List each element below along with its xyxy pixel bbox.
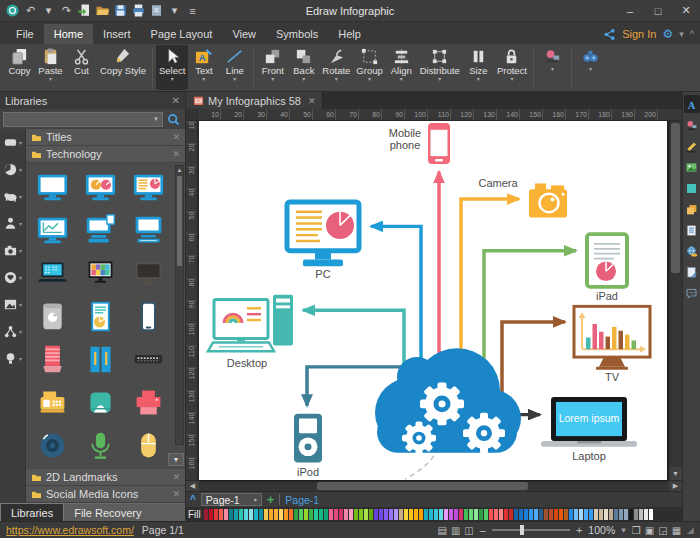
zoom-in-button[interactable]: + — [576, 524, 582, 536]
color-swatch[interactable] — [419, 509, 423, 520]
symbol-desktop-file[interactable] — [76, 209, 124, 252]
color-swatch[interactable] — [384, 509, 388, 520]
cloud-computing-shape[interactable] — [375, 348, 521, 454]
color-swatch[interactable] — [289, 509, 293, 520]
color-swatch[interactable] — [214, 509, 218, 520]
color-swatch[interactable] — [254, 509, 258, 520]
ribbon-clipart-button[interactable]: ▾ — [537, 45, 568, 90]
ribbon-paste-button[interactable]: Paste▾ — [35, 45, 66, 90]
scroll-down-icon[interactable]: ▼ — [669, 467, 682, 480]
color-swatch[interactable] — [374, 509, 378, 520]
text-tool-button[interactable]: A — [684, 95, 700, 113]
symbol-monitor-pie-text[interactable] — [124, 166, 172, 209]
sidebar-item-people-category[interactable]: ▾ — [0, 210, 25, 237]
resize-grip[interactable]: ◢ — [687, 525, 694, 535]
menu-tab-file[interactable]: File — [6, 24, 44, 44]
note-tool-button[interactable] — [684, 221, 700, 239]
maximize-button[interactable]: □ — [644, 0, 672, 21]
ribbon-rotate-button[interactable]: Rotate▾ — [319, 45, 353, 90]
sidebar-item-badge-category[interactable]: ▾ — [0, 264, 25, 291]
ribbon-copystyle-button[interactable]: Copy Style — [97, 45, 149, 90]
export-icon[interactable] — [149, 3, 164, 18]
color-swatch[interactable] — [459, 509, 463, 520]
color-swatch[interactable] — [539, 509, 543, 520]
clipart-tool-button[interactable] — [684, 116, 700, 134]
menu-tab-insert[interactable]: Insert — [93, 24, 141, 44]
section-close-icon[interactable]: ✕ — [172, 132, 180, 142]
tv-shape[interactable] — [574, 306, 650, 369]
desktop-shape[interactable] — [208, 295, 293, 352]
color-swatch[interactable] — [334, 509, 338, 520]
sidebar-item-idea-category[interactable]: ▾ — [0, 345, 25, 372]
color-swatch[interactable] — [549, 509, 553, 520]
collapse-ribbon-icon[interactable]: ^ — [690, 29, 694, 39]
save-icon[interactable] — [113, 3, 128, 18]
color-swatch[interactable] — [389, 509, 393, 520]
ipad-shape[interactable] — [587, 234, 627, 287]
symbol-monitor-pies[interactable] — [76, 166, 124, 209]
color-swatch[interactable] — [494, 509, 498, 520]
page-view-icon[interactable]: ▥ — [451, 525, 460, 536]
ribbon-copy-button[interactable]: Copy — [4, 45, 35, 90]
undo-caret[interactable]: ▾ — [41, 3, 56, 18]
more-symbols-button[interactable]: ▼ — [168, 453, 184, 466]
section-titles[interactable]: Titles ✕ — [26, 129, 185, 146]
symbol-microphone[interactable] — [76, 424, 124, 467]
ipod-shape[interactable] — [294, 414, 322, 463]
ribbon-back-button[interactable]: Back▾ — [288, 45, 319, 90]
color-swatch[interactable] — [349, 509, 353, 520]
color-swatch[interactable] — [634, 509, 638, 520]
section-technology[interactable]: Technology ✕ — [26, 146, 185, 163]
color-swatch[interactable] — [319, 509, 323, 520]
search-caret-icon[interactable]: ▾ — [150, 115, 162, 123]
color-swatch[interactable] — [534, 509, 538, 520]
section-2d-landmarks[interactable]: 2D Landmarks ✕ — [26, 469, 185, 486]
color-swatch[interactable] — [569, 509, 573, 520]
symbol-cooker[interactable] — [76, 381, 124, 424]
color-swatch[interactable] — [364, 509, 368, 520]
symbol-monitor-line-chart[interactable] — [28, 209, 76, 252]
color-swatch[interactable] — [594, 509, 598, 520]
page-tab-caret-icon[interactable]: ▾ — [254, 496, 257, 503]
symbol-smartphone[interactable] — [124, 295, 172, 338]
color-swatch[interactable] — [639, 509, 643, 520]
color-swatch[interactable] — [209, 509, 213, 520]
color-swatch[interactable] — [489, 509, 493, 520]
grid-icon[interactable]: ▦ — [672, 525, 681, 536]
canvas-area[interactable]: Mobile phone Camera — [198, 121, 668, 480]
color-swatch[interactable] — [609, 509, 613, 520]
library-search-input[interactable]: ▾ — [3, 112, 163, 127]
color-swatch[interactable] — [614, 509, 618, 520]
print-icon[interactable] — [131, 3, 146, 18]
color-swatch[interactable] — [469, 509, 473, 520]
settings-gear-icon[interactable]: ⚙ — [662, 27, 673, 41]
ribbon-texttool-button[interactable]: AText▾ — [188, 45, 219, 90]
color-swatch[interactable] — [499, 509, 503, 520]
ipod-label[interactable]: iPod — [297, 466, 319, 478]
color-swatch[interactable] — [449, 509, 453, 520]
color-swatch[interactable] — [344, 509, 348, 520]
color-swatch[interactable] — [304, 509, 308, 520]
color-swatch[interactable] — [484, 509, 488, 520]
tab-file-recovery[interactable]: File Recovery — [64, 503, 185, 521]
menu-tab-page-layout[interactable]: Page Layout — [141, 24, 223, 44]
undo-icon[interactable]: ↶ — [23, 3, 38, 18]
color-swatch[interactable] — [624, 509, 628, 520]
color-swatch[interactable] — [604, 509, 608, 520]
color-swatch[interactable] — [504, 509, 508, 520]
symbol-monitor-tiles[interactable] — [76, 252, 124, 295]
scroll-up-icon[interactable]: ▲ — [176, 166, 183, 175]
color-swatch[interactable] — [649, 509, 653, 520]
symbol-keyboard[interactable] — [124, 338, 172, 381]
color-swatch[interactable] — [479, 509, 483, 520]
tab-libraries[interactable]: Libraries — [0, 503, 64, 521]
scroll-right-icon[interactable]: ▶ — [669, 481, 682, 491]
color-swatch[interactable] — [444, 509, 448, 520]
color-swatch[interactable] — [329, 509, 333, 520]
app-logo-icon[interactable] — [5, 3, 20, 18]
camera-shape[interactable] — [529, 183, 567, 217]
color-swatch[interactable] — [599, 509, 603, 520]
color-swatch[interactable] — [439, 509, 443, 520]
color-swatch[interactable] — [409, 509, 413, 520]
ribbon-select-button[interactable]: Select▾ — [156, 45, 188, 90]
